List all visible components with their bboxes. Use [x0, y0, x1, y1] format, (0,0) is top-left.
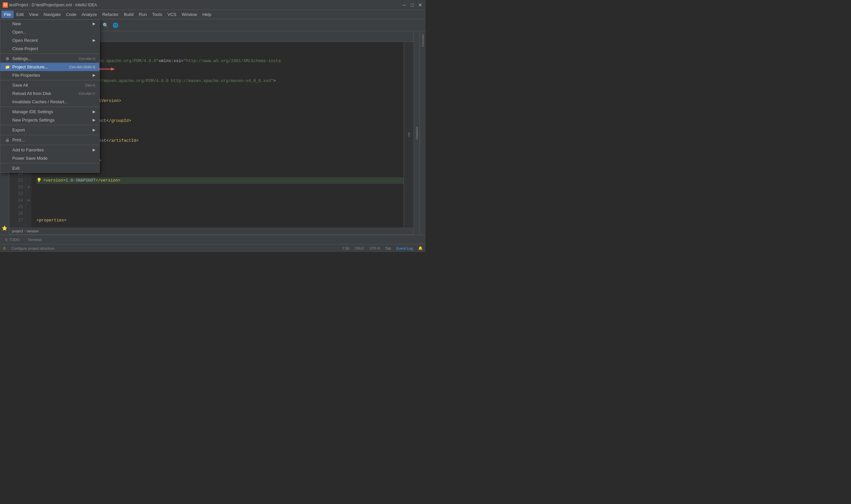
toolbar-search-btn[interactable]: 🔍: [101, 21, 110, 30]
breadcrumb-sep: ›: [24, 229, 25, 233]
menu-sep-4: [0, 125, 99, 125]
menu-sep-7: [0, 163, 99, 163]
database-sidebar[interactable]: Database: [415, 126, 419, 140]
maximize-button[interactable]: □: [410, 2, 415, 7]
menu-sep-5: [0, 135, 99, 135]
position-text: 7:36: [342, 246, 349, 250]
fold-21: [26, 177, 31, 184]
menu-settings-shortcut: Ctrl+Alt+S: [79, 57, 95, 61]
menu-item-analyze[interactable]: Analyze: [79, 11, 100, 18]
toolbar-translate-btn[interactable]: 🌐: [111, 21, 120, 30]
menu-new[interactable]: New ▶: [0, 20, 99, 28]
notification-icon: 🔔: [418, 246, 423, 250]
menu-item-help[interactable]: Help: [200, 11, 214, 18]
menu-item-tools[interactable]: Tools: [149, 11, 165, 18]
red-arrow-svg: [98, 67, 115, 72]
fold-23: [26, 191, 31, 197]
code-line-8: [37, 197, 404, 204]
sidebar-bookmark-icon[interactable]: ⭐: [1, 224, 8, 232]
menu-item-run[interactable]: Run: [136, 11, 149, 18]
menu-reload-shortcut: Ctrl+Alt+Y: [79, 92, 95, 96]
menu-file-properties[interactable]: File Properties ▶: [0, 71, 99, 79]
arrow-indicator: [98, 67, 115, 72]
terminal-tab[interactable]: Terminal: [25, 237, 45, 242]
menu-export-arrow: ▶: [93, 128, 95, 132]
crlf-text[interactable]: CRLF: [355, 246, 365, 250]
fold-26: [26, 211, 31, 217]
menu-add-favorites[interactable]: Add to Favorites ▶: [0, 146, 99, 154]
line-23: 23: [9, 191, 25, 197]
menu-manage-ide[interactable]: Manage IDE Settings ▶: [0, 108, 99, 116]
status-left: ⚠ Configure project structure: [3, 246, 54, 250]
code-line-9: <properties>: [37, 217, 404, 224]
minimize-button[interactable]: ─: [402, 2, 407, 7]
title-bar-left: IJ testProject - D:\testProject\pom.xml …: [3, 2, 97, 7]
fold-24-btn[interactable]: ▼: [26, 197, 31, 204]
line-24: 24: [9, 197, 25, 204]
menu-item-view[interactable]: View: [26, 11, 41, 18]
todo-tab[interactable]: 6: TODO: [3, 237, 22, 242]
menu-save-all[interactable]: Save All Ctrl+S: [0, 81, 99, 89]
menu-settings[interactable]: ⚙ Settings... Ctrl+Alt+S: [0, 54, 99, 63]
menu-open-recent[interactable]: Open Recent ▶: [0, 36, 99, 44]
title-bar: IJ testProject - D:\testProject\pom.xml …: [0, 0, 425, 10]
menu-item-edit[interactable]: Edit: [14, 11, 26, 18]
fold-22-btn[interactable]: ▼: [26, 184, 31, 191]
menu-fav-arrow: ▶: [93, 148, 95, 152]
menu-sep-3: [0, 107, 99, 107]
menu-settings-icon: ⚙: [4, 56, 10, 61]
line-22: 22: [9, 184, 25, 191]
menu-open[interactable]: Open...: [0, 28, 99, 36]
breadcrumb-version[interactable]: version: [27, 229, 38, 233]
menu-item-build[interactable]: Build: [121, 11, 136, 18]
menu-print[interactable]: 🖨 Print...: [0, 136, 99, 144]
code-line-7: 💡<version>1.0-SNAPSHOT</version>: [37, 177, 404, 184]
line-26: 26: [9, 211, 25, 217]
configure-icon: ⚠: [3, 246, 6, 250]
configure-text[interactable]: Configure project structure: [11, 246, 54, 250]
menu-proj-icon: 📁: [4, 65, 10, 69]
ant-sidebar[interactable]: Ant: [407, 131, 411, 139]
menu-item-code[interactable]: Code: [64, 11, 79, 18]
menu-power-save[interactable]: Power Save Mode: [0, 154, 99, 162]
menu-sep-2: [0, 80, 99, 80]
menu-close-project[interactable]: Close Project: [0, 44, 99, 53]
status-right: 7:36 CRLF UTF-8 Tab Event Log 🔔: [342, 246, 423, 250]
menu-bar: File Edit View Navigate Code Analyze Ref…: [0, 10, 425, 19]
file-menu: New ▶ Open... Open Recent ▶ Close Projec…: [0, 19, 100, 173]
title-bar-controls: ─ □ ✕: [402, 2, 423, 7]
event-log-text[interactable]: Event Log: [396, 246, 413, 250]
app-icon: IJ: [3, 2, 8, 7]
line-27: 27: [9, 217, 25, 224]
menu-new-proj-arrow: ▶: [93, 118, 95, 122]
encoding-text[interactable]: UTF-8: [370, 246, 380, 250]
menu-item-navigate[interactable]: Navigate: [41, 11, 63, 18]
close-button[interactable]: ✕: [418, 2, 423, 7]
menu-project-structure[interactable]: 📁 Project Structure... Ctrl+Alt+Shift+S: [0, 63, 99, 71]
menu-item-file[interactable]: File: [1, 11, 14, 18]
menu-invalidate[interactable]: Invalidate Caches / Restart...: [0, 97, 99, 106]
fold-27: [26, 217, 31, 224]
title-bar-text: testProject - D:\testProject\pom.xml - I…: [9, 3, 97, 7]
svg-marker-1: [111, 67, 115, 71]
menu-exit[interactable]: Exit: [0, 164, 99, 172]
menu-sep-1: [0, 53, 99, 54]
bottom-tabs: 6: TODO Terminal: [0, 235, 425, 244]
line-25: 25: [9, 204, 25, 211]
menu-file-props-arrow: ▶: [93, 73, 95, 77]
menu-item-vcs[interactable]: VCS: [165, 11, 179, 18]
fold-25: [26, 204, 31, 211]
menu-sep-6: [0, 145, 99, 145]
breadcrumb-bar: project › version: [9, 228, 413, 235]
menu-export[interactable]: Export ▶: [0, 126, 99, 134]
indent-text[interactable]: Tab: [385, 246, 391, 250]
menu-new-projects-settings[interactable]: New Projects Settings ▶: [0, 116, 99, 124]
favorites-sidebar-label[interactable]: Favorites: [421, 34, 425, 47]
menu-item-refactor[interactable]: Refactor: [100, 11, 121, 18]
menu-item-window[interactable]: Window: [179, 11, 200, 18]
menu-proj-shortcut: Ctrl+Alt+Shift+S: [69, 65, 95, 69]
menu-save-shortcut: Ctrl+S: [85, 83, 95, 87]
menu-new-arrow: ▶: [93, 22, 95, 26]
breadcrumb-project[interactable]: project: [12, 229, 23, 233]
menu-reload[interactable]: Reload All from Disk Ctrl+Alt+Y: [0, 89, 99, 97]
